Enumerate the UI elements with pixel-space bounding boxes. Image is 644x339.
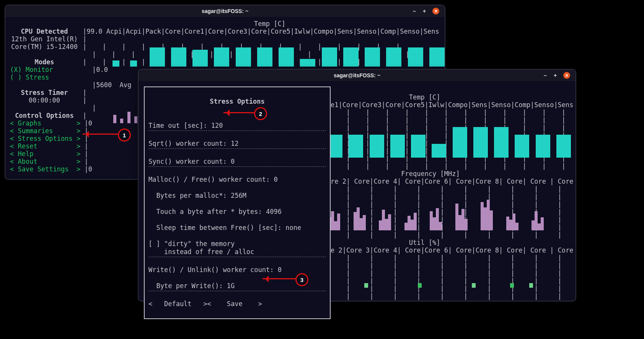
menu-stress-options[interactable]: < Stress Options >	[10, 135, 80, 142]
util-bars-front	[349, 282, 533, 289]
divider	[148, 148, 326, 149]
stress-timer-heading: Stress Timer	[10, 89, 79, 96]
annotation-arrow-2	[223, 112, 254, 113]
window-title: sagar@itsFOSS: ~	[202, 8, 248, 14]
modes-heading: Modes	[10, 58, 79, 66]
titlebar: sagar@itsFOSS: ~ – + ×	[139, 70, 576, 81]
annotation-arrow-1	[83, 134, 118, 135]
mode-stress[interactable]: ( ) Stress	[10, 73, 49, 81]
field-malloc[interactable]: Malloc() / Free() worker count: 0	[148, 176, 278, 183]
menu-about[interactable]: < About >	[10, 158, 80, 165]
maximize-icon[interactable]: +	[421, 8, 428, 15]
maximize-icon[interactable]: +	[552, 72, 559, 79]
annotation-arrow-3	[262, 278, 295, 279]
divider	[148, 166, 326, 167]
freq-header-front: Frequency [MHz]	[401, 170, 460, 178]
field-write[interactable]: Write() / Unlink() worker count: 0	[148, 266, 282, 274]
terminal-window-front: sagar@itsFOSS: ~ – + × Temp [C] e1|Core|…	[138, 69, 576, 302]
y0b: |0	[84, 165, 92, 173]
window-title: sagar@itsFOSS: ~	[334, 72, 380, 78]
temp-header: Temp [C]	[254, 20, 285, 28]
y-axis-mid: |0.0	[92, 66, 108, 73]
minimize-icon[interactable]: –	[411, 8, 418, 15]
temp-columns: Acpi|Acpi|Pack|Core|Core1|Core|Core3|Cor…	[102, 28, 439, 35]
menu-summaries[interactable]: < Summaries >	[10, 127, 80, 135]
cpu-line1: 12th Gen Intel(R)	[10, 35, 79, 43]
annotation-3: 3	[295, 273, 308, 286]
temp-header-front: Temp [C]	[409, 93, 440, 101]
divider	[148, 257, 326, 257]
field-bytes[interactable]: Bytes per malloc*: 256M	[148, 192, 246, 199]
y0a: |0	[84, 119, 92, 127]
menu-reset[interactable]: < Reset >	[10, 142, 80, 150]
freq-bars-front	[328, 200, 544, 232]
temp-bars-back	[112, 47, 445, 68]
temp-cols-front: e1|Core|Core3|Core|Core5|Iwlw|Compo|Sens…	[331, 101, 574, 109]
close-icon[interactable]: ×	[432, 8, 439, 15]
temp-bars-front	[328, 127, 571, 159]
field-sync[interactable]: Sync() worker count: 0	[148, 158, 235, 165]
close-icon[interactable]: ×	[563, 72, 570, 79]
annotation-2: 2	[254, 107, 267, 120]
stress-timer-value: 00:00:00	[10, 96, 79, 104]
annotation-1: 1	[118, 129, 131, 142]
field-timeout[interactable]: Time out [sec]: 120	[148, 122, 223, 129]
control-heading: Control Options	[10, 112, 79, 119]
minimize-icon[interactable]: –	[542, 72, 549, 79]
field-sleep[interactable]: Sleep time between Free() [sec]: none	[148, 224, 301, 231]
freq-cols-front: re 2| Core|Core 4| Core|Core 6| Core|Cor…	[331, 178, 574, 185]
default-button[interactable]: < Default >	[148, 300, 207, 308]
titlebar: sagar@itsFOSS: ~ – + ×	[5, 5, 445, 17]
y-axis-top: |99.0	[83, 28, 102, 35]
y-axis-bot: |5600 Avg |	[92, 81, 143, 89]
field-dirty1[interactable]: [ ] "dirty" the memory	[148, 240, 235, 248]
util-header-front: Util [%]	[409, 239, 440, 246]
save-button[interactable]: < Save >	[207, 300, 262, 308]
divider	[148, 291, 326, 291]
divider	[148, 130, 326, 131]
field-touch[interactable]: Touch a byte after * bytes: 4096	[148, 208, 282, 215]
util-cols-front: e 2|Core 3|Core 4| Core|Core 6| Core|Cor…	[331, 246, 574, 254]
popup-title: Stress Options	[148, 98, 326, 106]
mode-monitor[interactable]: (X) Monitor	[10, 66, 53, 73]
field-dirty2: instead of free / alloc	[148, 248, 254, 256]
cpu-heading: CPU Detected	[10, 28, 79, 35]
menu-save-settings[interactable]: < Save Settings >	[10, 165, 80, 173]
menu-help[interactable]: < Help >	[10, 150, 80, 158]
menu-graphs[interactable]: < Graphs >	[10, 119, 80, 127]
field-bpw[interactable]: Byte per Write(): 1G	[148, 282, 235, 290]
cpu-line2: Core(TM) i5-12400	[10, 43, 79, 51]
field-sqrt[interactable]: Sqrt() worker count: 12	[148, 140, 238, 147]
